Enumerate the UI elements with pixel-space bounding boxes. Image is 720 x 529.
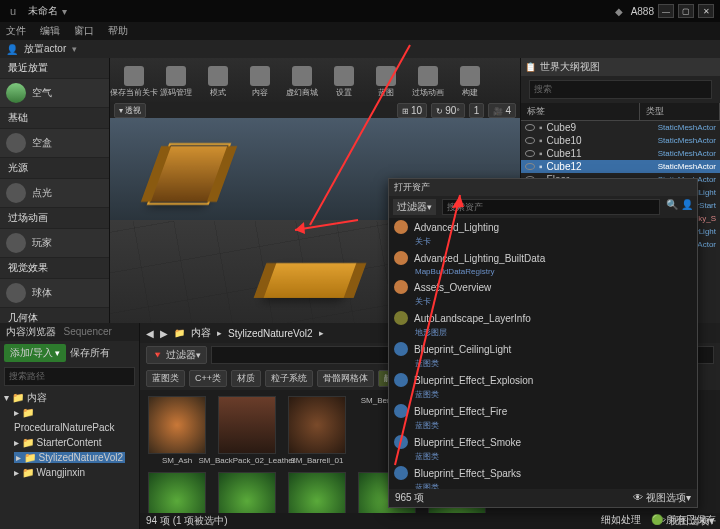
outliner-row[interactable]: ▪Cube12StaticMeshActor [521,160,720,173]
actor-icon [6,183,26,203]
menu-help[interactable]: 帮助 [108,24,128,38]
folder-item[interactable]: ▸ 📁 StarterContent [14,435,135,450]
place-actors-panel: 最近放置空气基础空盒光源点光过场动画玩家视觉效果球体几何体圆柱体积椎体所有类平面 [0,58,110,323]
folder-item[interactable]: ▸ 📁 StylizedNatureVol2 [14,450,135,465]
popup-asset-row[interactable]: Blueprint_Effect_Sparks [389,464,697,482]
save-all-button[interactable]: 保存所有 [70,346,110,360]
category-0[interactable]: 最近放置 [0,58,109,79]
filter-chip[interactable]: 蓝图类 [146,370,185,387]
popup-search[interactable] [442,199,660,215]
actor-icon [6,283,26,303]
outliner-row[interactable]: ▪Cube11StaticMeshActor [521,147,720,160]
actor-icon [6,83,26,103]
toolbar-button[interactable]: 蓝图 [366,62,406,102]
outliner-search[interactable]: 搜索 [529,80,712,99]
filter-chip[interactable]: 粒子系统 [265,370,313,387]
menubar: 文件 编辑 窗口 帮助 [0,22,720,40]
toolbar-icon [292,66,312,86]
menu-window[interactable]: 窗口 [74,24,94,38]
menu-edit[interactable]: 编辑 [40,24,60,38]
close-button[interactable]: ✕ [698,4,714,18]
popup-asset-row[interactable]: Blueprint_CeilingLight [389,340,697,358]
toolbar-icon [460,66,480,86]
place-actor-item[interactable]: 玩家 [0,229,109,258]
toolbar-icon [124,66,144,86]
asset-type-icon [394,466,408,480]
toolbar-icon [376,66,396,86]
asset-type-icon [394,311,408,325]
popup-asset-row[interactable]: Blueprint_Effect_Fire [389,402,697,420]
asset-type-icon [394,404,408,418]
compile-status[interactable]: 细如处理 [601,513,641,527]
folder-item[interactable]: ▸ 📁 Wangjinxin [14,465,135,480]
filter-chip[interactable]: 材质 [231,370,261,387]
project-title: 未命名 [28,4,58,18]
toolbar-button[interactable]: 过场动画 [408,62,448,102]
toolbar-icon [418,66,438,86]
place-actor-item[interactable]: 空盒 [0,129,109,158]
category-3[interactable]: 过场动画 [0,208,109,229]
visibility-icon[interactable] [525,163,535,170]
outliner-row[interactable]: ▪Cube9StaticMeshActor [521,121,720,134]
cb-tab[interactable]: 内容浏览器 [6,326,56,337]
filter-chip[interactable]: 骨骼网格体 [317,370,374,387]
category-4[interactable]: 视觉效果 [0,258,109,279]
category-2[interactable]: 光源 [0,158,109,179]
visibility-icon[interactable] [525,150,535,157]
viewport-mode[interactable]: ▾ 透视 [114,103,146,118]
maximize-button[interactable]: ▢ [678,4,694,18]
category-1[interactable]: 基础 [0,108,109,129]
outliner-row[interactable]: ▪Cube10StaticMeshActor [521,134,720,147]
place-actor-label[interactable]: 放置actor [24,42,66,56]
place-actor-item[interactable]: 点光 [0,179,109,208]
visibility-icon[interactable] [525,137,535,144]
asset-type-icon [394,342,408,356]
toolbar-button[interactable]: 模式 [198,62,238,102]
unreal-logo-icon: u [6,4,20,18]
toolbar-button[interactable]: 虚幻商城 [282,62,322,102]
asset-thumbnail [218,396,276,454]
asset-type-icon [394,280,408,294]
add-import-button[interactable]: 添加/导入 ▾ [4,344,66,362]
asset-item[interactable]: SM_BackPack_02_Leather [216,396,278,466]
popup-asset-row[interactable]: AutoLandscape_LayerInfo [389,309,697,327]
asset-thumbnail [149,145,228,203]
bench-mesh[interactable] [264,263,357,298]
minimize-button[interactable]: — [658,4,674,18]
toolbar-button[interactable]: 内容 [240,62,280,102]
actor-icon [6,133,26,153]
popup-asset-row[interactable]: Blueprint_Effect_Explosion [389,371,697,389]
actor-icon [6,233,26,253]
sequencer-tab[interactable]: Sequencer [64,326,112,337]
asset-type-icon [394,373,408,387]
popup-filter[interactable]: 过滤器▾ [393,199,436,215]
snap-translate[interactable]: ⊞ 10 [397,103,427,118]
toolbar-icon [166,66,186,86]
toolbar-button[interactable]: 保存当前关卡 [114,62,154,102]
toolbar-button[interactable]: 设置 [324,62,364,102]
toolbar-icon [250,66,270,86]
place-actor-item[interactable]: 球体 [0,279,109,308]
toolbar-button[interactable]: 构建 [450,62,490,102]
asset-thumbnail [148,396,206,454]
filter-button[interactable]: 🔻 过滤器▾ [146,346,207,364]
asset-thumbnail [288,396,346,454]
toolbar-button[interactable]: 源码管理 [156,62,196,102]
modes-bar: 👤 放置actor ▾ [0,40,720,58]
visibility-icon[interactable] [525,124,535,131]
popup-asset-row[interactable]: Assets_Overview [389,278,697,296]
asset-type-icon [394,220,408,234]
place-actor-item[interactable]: 空气 [0,79,109,108]
folder-item[interactable]: ▸ 📁 ProceduralNaturePack [14,405,135,435]
asset-item[interactable]: SM_Barrell_01 [286,396,348,466]
viewport-header: ▾ 透视 ⊞ 10 ↻ 90° 1 🎥 4 [110,102,520,118]
popup-asset-row[interactable]: Advanced_Lighting [389,218,697,236]
popup-asset-row[interactable]: Blueprint_Effect_Smoke [389,433,697,451]
filter-chip[interactable]: C++类 [189,370,227,387]
popup-asset-row[interactable]: Advanced_Lighting_BuiltData [389,249,697,267]
toolbar-icon [208,66,228,86]
menu-file[interactable]: 文件 [6,24,26,38]
asset-type-icon [394,251,408,265]
main-toolbar: 保存当前关卡源码管理模式内容虚幻商城设置蓝图过场动画构建 [110,58,520,102]
cb-sources-search[interactable]: 搜索路径 [4,367,135,386]
